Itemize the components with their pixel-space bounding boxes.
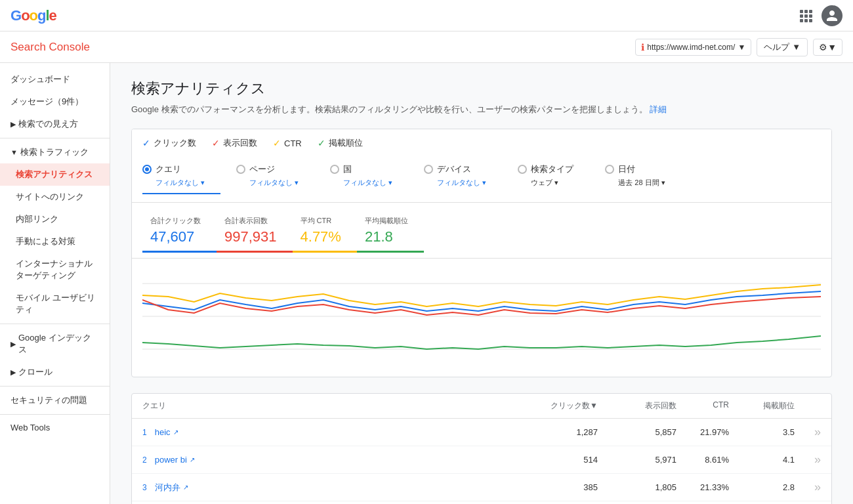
- tab-device-filter[interactable]: フィルタなし ▾: [437, 178, 486, 188]
- stat-impressions-value: 997,931: [224, 228, 277, 245]
- help-button[interactable]: ヘルプ ▼: [757, 38, 808, 56]
- sidebar-item-search-traffic[interactable]: ▼ 検索トラフィック: [0, 141, 110, 163]
- sidebar-item-security[interactable]: セキュリティの問題: [0, 389, 110, 411]
- query-link[interactable]: 河内弁: [155, 482, 180, 494]
- info-icon: ℹ: [641, 42, 644, 52]
- row-impressions: 5,971: [598, 455, 676, 465]
- sidebar-item-web-tools[interactable]: Web Tools: [0, 417, 110, 438]
- row-query-cell: 1 heic ↗: [142, 427, 519, 437]
- settings-button[interactable]: ⚙ ▼: [813, 39, 843, 56]
- radio-page: [236, 165, 245, 174]
- col-header-ctr[interactable]: CTR: [676, 400, 729, 411]
- arrow-icon: ▶: [10, 120, 16, 129]
- checkbox-clicks-label: クリック数: [154, 137, 196, 149]
- row-action[interactable]: »: [795, 480, 821, 494]
- checkbox-clicks[interactable]: ✓ クリック数: [142, 137, 196, 149]
- row-clicks: 385: [519, 482, 598, 492]
- col-header-impressions[interactable]: 表示回数: [598, 400, 676, 411]
- sidebar-item-messages[interactable]: メッセージ（9件）: [0, 91, 110, 113]
- svg-rect-3: [800, 14, 803, 18]
- url-bar[interactable]: ℹ https://www.imd-net.com/ ▼: [635, 39, 751, 56]
- tab-query[interactable]: クエリ フィルタなし ▾: [142, 158, 220, 194]
- sidebar-item-dashboard[interactable]: ダッシュボード: [0, 68, 110, 91]
- tab-search-type-filter[interactable]: ウェブ ▾: [531, 178, 558, 188]
- svg-rect-2: [809, 10, 812, 13]
- tab-search-type[interactable]: 検索タイプ ウェブ ▾: [518, 158, 589, 194]
- gear-drop-icon: ▼: [827, 42, 837, 52]
- stat-ctr-value: 4.77%: [301, 228, 341, 245]
- col-header-clicks[interactable]: クリック数▼: [519, 400, 598, 411]
- row-action[interactable]: »: [795, 425, 821, 439]
- col-header-position[interactable]: 掲載順位: [729, 400, 795, 411]
- stat-ctr-label: 平均 CTR: [301, 216, 341, 226]
- check-ctr-icon: ✓: [273, 138, 281, 148]
- external-link-icon: ↗: [190, 456, 195, 463]
- sidebar-item-search-visibility[interactable]: ▶ 検索での見え方: [0, 113, 110, 135]
- sidebar-item-mobile-usability[interactable]: モバイル ユーザビリティ: [0, 287, 110, 321]
- radio-country: [330, 165, 339, 174]
- row-position: 4.1: [729, 455, 795, 465]
- row-position: 2.8: [729, 482, 795, 492]
- checkbox-position[interactable]: ✓ 掲載順位: [318, 137, 363, 149]
- radio-date: [605, 165, 614, 174]
- arrow-icon: ▼: [10, 148, 18, 156]
- chart-container: [132, 259, 831, 377]
- sidebar-item-google-index[interactable]: ▶ Google インデックス: [0, 327, 110, 361]
- tab-page-filter[interactable]: フィルタなし ▾: [249, 178, 299, 188]
- tab-device[interactable]: デバイス フィルタなし ▾: [424, 158, 502, 194]
- checkbox-impressions-label: 表示回数: [223, 137, 257, 149]
- tab-date[interactable]: 日付 過去 28 日間 ▾: [605, 158, 680, 194]
- col-header-action: [795, 400, 821, 411]
- svg-rect-8: [809, 19, 812, 22]
- sidebar-item-search-analytics[interactable]: 検索アナリティクス: [0, 163, 110, 186]
- avatar[interactable]: [822, 5, 843, 26]
- stat-impressions[interactable]: 合計表示回数 997,931: [217, 208, 293, 253]
- svg-rect-1: [804, 10, 808, 13]
- user-icon: [825, 9, 839, 22]
- sidebar-divider-2: [0, 324, 110, 324]
- row-clicks: 1,287: [519, 427, 598, 437]
- row-action[interactable]: »: [795, 453, 821, 467]
- sidebar-item-international[interactable]: インターナショナル ターゲティング: [0, 253, 110, 287]
- tab-page[interactable]: ページ フィルタなし ▾: [236, 158, 314, 194]
- check-clicks-icon: ✓: [142, 138, 150, 148]
- query-link[interactable]: heic: [155, 427, 171, 437]
- radio-search-type: [518, 165, 527, 174]
- tab-query-filter[interactable]: フィルタなし ▾: [156, 178, 205, 188]
- sidebar-item-manual-actions[interactable]: 手動による対策: [0, 230, 110, 253]
- svg-rect-5: [809, 14, 812, 18]
- checkbox-ctr[interactable]: ✓ CTR: [273, 137, 302, 149]
- stat-ctr[interactable]: 平均 CTR 4.77%: [293, 208, 357, 253]
- sidebar-item-links-to-site[interactable]: サイトへのリンク: [0, 186, 110, 208]
- row-ctr: 21.97%: [676, 427, 729, 437]
- stat-position[interactable]: 平均掲載順位 21.8: [357, 208, 424, 253]
- page-desc-text: Google 検索でのパフォーマンスを分析します。検索結果のフィルタリングや比較…: [131, 104, 648, 114]
- apps-icon-button[interactable]: [795, 5, 816, 26]
- tab-country-filter[interactable]: フィルタなし ▾: [343, 178, 392, 188]
- app-layout: ダッシュボード メッセージ（9件） ▶ 検索での見え方 ▼ 検索トラフィック 検…: [0, 63, 853, 504]
- tab-date-filter[interactable]: 過去 28 日間 ▾: [618, 178, 665, 188]
- apps-icon: [799, 9, 812, 22]
- sidebar-divider: [0, 138, 110, 138]
- sidebar-label-google-index: Google インデックス: [18, 332, 99, 356]
- sidebar-label-links-to-site: サイトへのリンク: [16, 191, 84, 203]
- checkbox-position-label: 掲載順位: [329, 137, 363, 149]
- sidebar: ダッシュボード メッセージ（9件） ▶ 検索での見え方 ▼ 検索トラフィック 検…: [0, 63, 110, 504]
- sidebar-label-dashboard: ダッシュボード: [10, 74, 70, 85]
- row-query-cell: 3 河内弁 ↗: [142, 482, 519, 494]
- stat-clicks[interactable]: 合計クリック数 47,607: [142, 208, 217, 253]
- query-link[interactable]: power bi: [155, 455, 187, 465]
- second-nav: Search Console ℹ https://www.imd-net.com…: [0, 32, 853, 63]
- col-header-query: クエリ: [142, 400, 519, 411]
- sidebar-item-internal-links[interactable]: 内部リンク: [0, 208, 110, 230]
- tab-country[interactable]: 国 フィルタなし ▾: [330, 158, 408, 194]
- sidebar-item-crawl[interactable]: ▶ クロール: [0, 361, 110, 383]
- data-table: クエリ クリック数▼ 表示回数 CTR 掲載順位 1 heic ↗ 1,287 …: [131, 393, 832, 504]
- detail-link[interactable]: 詳細: [650, 104, 667, 114]
- tab-search-type-label: 検索タイプ: [531, 163, 573, 175]
- tab-date-label: 日付: [618, 163, 635, 175]
- top-nav: Google: [0, 0, 853, 32]
- tab-country-label: 国: [343, 163, 352, 175]
- checkbox-impressions[interactable]: ✓ 表示回数: [212, 137, 257, 149]
- tab-device-label: デバイス: [437, 163, 471, 175]
